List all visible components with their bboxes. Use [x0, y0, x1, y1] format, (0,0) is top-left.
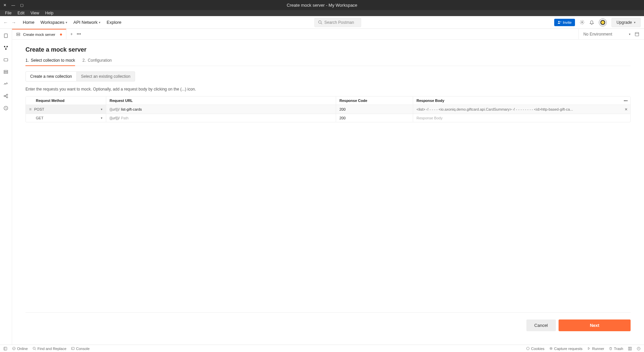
nav-back-icon[interactable]: ← [3, 20, 8, 25]
monitors-icon[interactable] [3, 81, 9, 86]
search-icon [33, 347, 36, 350]
tab-options-icon[interactable]: ••• [77, 32, 81, 37]
method-cell[interactable]: GET ▾ [26, 114, 106, 122]
runner-label: Runner [592, 347, 604, 351]
window-maximize-icon[interactable]: ▢ [20, 3, 23, 7]
body-cell[interactable]: Response Body [413, 114, 630, 122]
nav-explore[interactable]: Explore [107, 20, 121, 25]
svg-point-27 [526, 347, 529, 350]
body-input[interactable]: Response Body [416, 116, 443, 120]
code-input[interactable]: 200 [339, 116, 345, 120]
left-sidebar [0, 29, 12, 345]
mock-server-icon [16, 32, 20, 37]
svg-point-24 [33, 347, 35, 349]
method-value: GET [36, 116, 44, 120]
capture-requests-button[interactable]: Capture requests [549, 347, 582, 351]
remove-row-icon[interactable]: ✕ [625, 107, 628, 112]
code-input[interactable]: 200 [339, 107, 345, 111]
col-body: Response Body ••• [413, 97, 630, 105]
find-replace-label: Find and Replace [38, 347, 66, 351]
invite-label: Invite [563, 20, 572, 24]
collection-source-tabs: Create a new collection Select an existi… [25, 71, 631, 81]
window-close-icon[interactable]: ✕ [3, 3, 6, 7]
cookies-label: Cookies [531, 347, 544, 351]
step-configuration[interactable]: 2. Configuration [82, 58, 112, 66]
status-online[interactable]: Online [12, 347, 28, 351]
col-url: Request URL [106, 97, 336, 105]
nav-forward-icon[interactable]: → [11, 20, 16, 25]
menu-file[interactable]: File [2, 10, 14, 16]
search-input[interactable]: Search Postman [314, 18, 361, 27]
notifications-icon[interactable] [589, 20, 594, 25]
step-select-collection[interactable]: 1. Select collection to mock [25, 58, 75, 66]
nav-workspaces[interactable]: Workspaces ▾ [41, 20, 67, 25]
body-input[interactable]: <list> ‹! - - - - <io.axoniq.demo.giftca… [416, 107, 573, 111]
invite-button[interactable]: Invite [554, 19, 575, 26]
flows-icon[interactable] [3, 93, 9, 99]
cookies-button[interactable]: Cookies [526, 347, 544, 351]
statusbar: Online Find and Replace Console Cookies … [0, 345, 644, 352]
subtab-select-existing[interactable]: Select an existing collection [77, 71, 135, 81]
code-cell[interactable]: 200 [336, 114, 413, 122]
code-cell[interactable]: 200 [336, 105, 413, 114]
find-replace-button[interactable]: Find and Replace [33, 347, 66, 351]
menu-edit[interactable]: Edit [14, 10, 27, 16]
menu-view[interactable]: View [27, 10, 42, 16]
apis-icon[interactable] [3, 45, 9, 50]
url-path-input[interactable]: list-gift-cards [121, 107, 142, 111]
nav-api-network[interactable]: API Network ▾ [73, 20, 101, 25]
url-prefix: {{url}}/ [110, 116, 120, 120]
requests-table: Request Method Request URL Response Code… [25, 96, 631, 122]
user-avatar[interactable] [599, 18, 607, 26]
history-icon[interactable] [3, 105, 9, 111]
environment-label: No Environment [583, 32, 612, 37]
tab-label: Create mock server [23, 33, 55, 37]
svg-rect-21 [4, 347, 7, 350]
menubar: File Edit View Help [0, 10, 644, 16]
console-label: Console [76, 347, 89, 351]
step-label: Select collection to mock [31, 58, 75, 63]
step-label: Configuration [88, 58, 112, 63]
method-select[interactable]: POST ▾ [34, 107, 103, 111]
svg-point-13 [4, 95, 5, 97]
environment-quicklook-icon[interactable] [635, 32, 639, 37]
layout-icon[interactable] [628, 347, 632, 351]
svg-rect-19 [635, 32, 639, 36]
trash-button[interactable]: Trash [609, 347, 623, 351]
capture-label: Capture requests [554, 347, 582, 351]
console-button[interactable]: Console [71, 347, 89, 351]
cancel-button[interactable]: Cancel [526, 319, 556, 331]
mock-servers-icon[interactable] [3, 69, 9, 74]
sidebar-toggle-icon[interactable] [3, 347, 7, 351]
next-button[interactable]: Next [559, 319, 631, 331]
window-minimize-icon[interactable]: — [11, 3, 15, 7]
step-number: 2. [82, 58, 86, 63]
online-icon [12, 347, 16, 350]
method-select[interactable]: GET ▾ [36, 116, 103, 120]
url-cell[interactable]: {{url}}/ list-gift-cards [106, 105, 336, 114]
help-icon[interactable]: ? [637, 347, 641, 351]
url-path-input[interactable]: Path [121, 116, 129, 120]
url-cell[interactable]: {{url}}/ Path [106, 114, 336, 122]
nav-home[interactable]: Home [23, 20, 35, 25]
drag-handle-icon[interactable]: ≡ [29, 107, 31, 112]
body-cell[interactable]: <list> ‹! - - - - <io.axoniq.demo.giftca… [413, 105, 630, 114]
svg-rect-12 [4, 72, 8, 73]
new-tab-icon[interactable]: + [70, 32, 73, 37]
window-title: Create mock server - My Workspace [287, 3, 358, 8]
col-method: Request Method [26, 97, 106, 105]
svg-rect-11 [4, 70, 8, 71]
runner-button[interactable]: Runner [587, 347, 604, 351]
subtab-create-new[interactable]: Create a new collection [25, 71, 77, 81]
tab-create-mock-server[interactable]: Create mock server [12, 29, 66, 39]
collections-icon[interactable] [3, 33, 9, 38]
svg-rect-6 [4, 34, 7, 37]
table-options-icon[interactable]: ••• [624, 99, 628, 103]
settings-icon[interactable] [580, 20, 585, 25]
environment-selector[interactable]: No Environment ▾ [583, 32, 631, 37]
topbar: ← → Home Workspaces ▾ API Network ▾ Expl… [0, 16, 644, 29]
menu-help[interactable]: Help [42, 10, 57, 16]
method-cell[interactable]: ≡ POST ▾ [26, 105, 106, 114]
environments-icon[interactable] [3, 57, 9, 62]
upgrade-button[interactable]: Upgrade ▾ [611, 18, 641, 27]
